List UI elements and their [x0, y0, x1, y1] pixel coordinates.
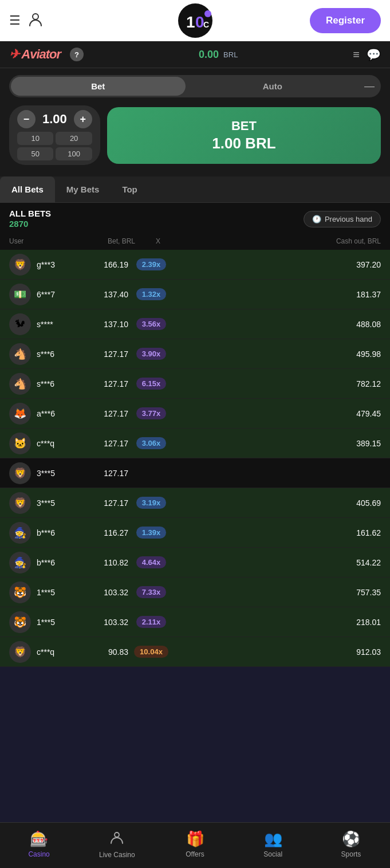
menu-icon[interactable]: ≡ — [353, 48, 360, 61]
decrease-button[interactable]: − — [17, 110, 36, 128]
tab-auto[interactable]: Auto — [186, 77, 360, 96]
username: 6***7 — [37, 290, 82, 299]
multiplier-badge[interactable]: 1.39x — [128, 527, 174, 539]
bets-title-area: ALL BETS 2870 — [9, 209, 51, 229]
bet-amount-cell: 127.17 — [82, 349, 128, 359]
bet-amount-cell: 166.19 — [82, 260, 128, 269]
multiplier-badge[interactable]: 10.04x — [128, 646, 174, 658]
table-row: 🐯 1***5 103.32 2.11x 218.01 — [0, 607, 390, 637]
nav-live-casino[interactable]: Live Casino — [78, 830, 156, 859]
col-cashout-header: Cash out, BRL — [181, 237, 381, 245]
bet-tabs: Bet Auto — — [9, 75, 381, 97]
tab-bet[interactable]: Bet — [11, 77, 186, 96]
bet-amount-cell: 137.10 — [82, 320, 128, 329]
avatar: 🐴 — [9, 343, 31, 365]
nav-left: ☰ — [9, 11, 44, 30]
quick-100[interactable]: 100 — [56, 147, 92, 160]
balance-currency: BRL — [223, 50, 238, 59]
bet-area: Bet Auto — − 1.00 + 10 20 50 100 BET — [0, 68, 390, 176]
multiplier-pill[interactable]: 6.15x — [136, 378, 167, 390]
username: 1***5 — [37, 618, 82, 627]
help-icon[interactable]: ? — [70, 48, 84, 61]
chat-icon[interactable]: 💬 — [367, 48, 381, 61]
multiplier-pill[interactable]: 1.32x — [136, 288, 167, 300]
multiplier-badge[interactable]: 6.15x — [128, 378, 174, 390]
multiplier-pill[interactable]: 7.33x — [136, 586, 167, 598]
previous-hand-button[interactable]: 🕐 Previous hand — [304, 211, 381, 227]
cashout-cell: 757.35 — [174, 588, 381, 597]
quick-50[interactable]: 50 — [17, 147, 53, 160]
quick-20[interactable]: 20 — [56, 132, 92, 145]
multiplier-pill[interactable]: 10.04x — [134, 646, 168, 658]
multiplier-badge[interactable]: 2.11x — [128, 616, 174, 628]
multiplier-badge[interactable]: 7.33x — [128, 586, 174, 598]
username: s**** — [37, 320, 82, 329]
live-casino-label: Live Casino — [99, 851, 135, 859]
multiplier-badge[interactable]: 2.39x — [128, 258, 174, 270]
avatar: 🧙 — [9, 552, 31, 574]
table-row: 🦁 c***q 90.83 10.04x 912.03 — [0, 637, 390, 667]
multiplier-pill[interactable]: 4.64x — [136, 556, 167, 568]
username: c***q — [37, 439, 82, 448]
top-nav: ☰ 1 0 C Register — [0, 0, 390, 41]
cashout-cell: 218.01 — [174, 618, 381, 627]
live-casino-icon — [109, 830, 124, 849]
table-row: 🧙 b***6 110.82 4.64x 514.22 — [0, 548, 390, 578]
multiplier-pill[interactable]: 1.39x — [136, 527, 167, 539]
multiplier-badge[interactable]: 3.77x — [128, 407, 174, 419]
hamburger-icon[interactable]: ☰ — [9, 13, 21, 28]
multiplier-badge[interactable]: 3.56x — [128, 318, 174, 330]
multiplier-pill[interactable]: 3.06x — [136, 437, 167, 449]
svg-text:C: C — [203, 20, 209, 29]
col-user-header: User — [9, 237, 89, 245]
multiplier-pill[interactable]: 3.77x — [136, 407, 167, 419]
multiplier-badge[interactable]: 1.32x — [128, 288, 174, 300]
nav-offers[interactable]: 🎁 Offers — [156, 830, 234, 858]
logo: 1 0 C — [178, 3, 212, 38]
table-row: 🐴 s***6 127.17 6.15x 782.12 — [0, 369, 390, 399]
nav-social[interactable]: 👥 Social — [234, 830, 312, 858]
table-row: 🦁 3***5 127.17 — [0, 458, 390, 488]
username: s***6 — [37, 349, 82, 359]
increase-button[interactable]: + — [74, 110, 92, 128]
bet-action-button[interactable]: BET 1.00 BRL — [107, 107, 381, 164]
username: s***6 — [37, 379, 82, 388]
profile-icon[interactable] — [27, 11, 44, 30]
multiplier-pill[interactable]: 3.19x — [136, 497, 167, 509]
multiplier-pill[interactable]: 2.39x — [136, 258, 167, 270]
cashout-cell: 514.22 — [174, 558, 381, 567]
multiplier-pill[interactable]: 2.11x — [136, 616, 167, 628]
bets-tabs: All Bets My Bets Top — [0, 176, 390, 203]
bets-title: ALL BETS — [9, 209, 51, 218]
bet-action-amount: 1.00 BRL — [212, 135, 275, 152]
multiplier-badge[interactable]: 3.06x — [128, 437, 174, 449]
bet-amount-cell: 127.17 — [82, 409, 128, 418]
multiplier-badge[interactable]: 3.90x — [128, 348, 174, 360]
table-row: 🦁 3***5 127.17 3.19x 405.69 — [0, 488, 390, 518]
multiplier-badge[interactable]: 4.64x — [128, 556, 174, 568]
amount-control: − 1.00 + 10 20 50 100 — [9, 105, 100, 165]
bet-amount-cell: 127.17 — [82, 469, 128, 478]
avatar: 🐯 — [9, 582, 31, 603]
register-button[interactable]: Register — [310, 8, 381, 33]
col-x-header: X — [135, 237, 181, 245]
nav-casino[interactable]: 🎰 Casino — [0, 830, 78, 858]
multiplier-pill[interactable]: 3.90x — [136, 348, 167, 360]
quick-10[interactable]: 10 — [17, 132, 53, 145]
multiplier-badge[interactable]: 3.19x — [128, 497, 174, 509]
tab-all-bets[interactable]: All Bets — [0, 176, 55, 202]
multiplier-pill[interactable]: 3.56x — [136, 318, 167, 330]
sports-label: Sports — [341, 850, 361, 858]
tab-my-bets[interactable]: My Bets — [55, 176, 111, 202]
nav-sports[interactable]: ⚽ Sports — [312, 830, 390, 858]
avatar: 🦁 — [9, 254, 31, 276]
bet-amount-cell: 90.83 — [82, 647, 128, 657]
offers-label: Offers — [186, 850, 204, 858]
username: 1***5 — [37, 588, 82, 597]
tab-top[interactable]: Top — [111, 176, 148, 202]
amount-value: 1.00 — [42, 112, 67, 127]
username: b***6 — [37, 528, 82, 537]
bet-amount-cell: 127.17 — [82, 439, 128, 448]
table-row: 🐿 s**** 137.10 3.56x 488.08 — [0, 309, 390, 339]
minimize-button[interactable]: — — [360, 80, 379, 92]
